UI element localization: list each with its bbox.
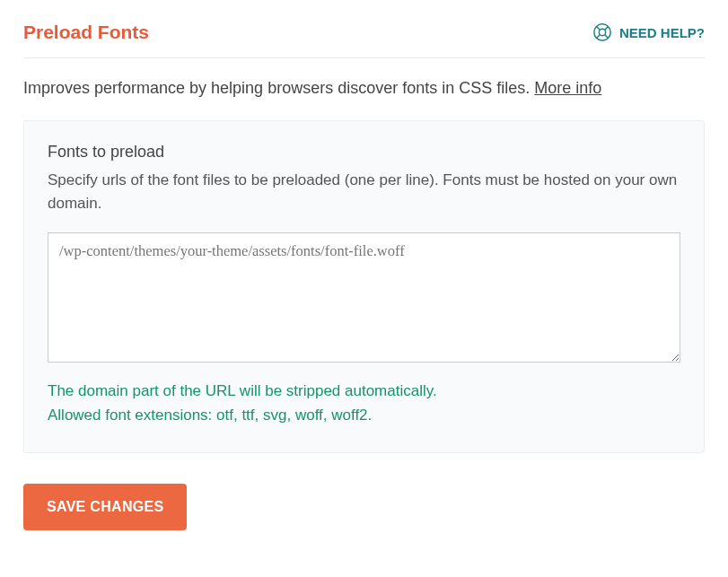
- svg-line-5: [596, 35, 600, 39]
- section-description: Improves performance by helping browsers…: [23, 76, 705, 101]
- section-title: Preload Fonts: [23, 22, 149, 43]
- lifebuoy-icon: [592, 22, 612, 42]
- svg-line-2: [596, 26, 600, 30]
- fonts-panel: Fonts to preload Specify urls of the fon…: [23, 120, 705, 453]
- svg-line-3: [605, 35, 609, 39]
- svg-line-4: [605, 26, 609, 30]
- need-help-link[interactable]: NEED HELP?: [592, 22, 705, 42]
- fonts-to-preload-input[interactable]: [48, 232, 680, 363]
- save-changes-button[interactable]: SAVE CHANGES: [23, 484, 187, 530]
- description-text: Improves performance by helping browsers…: [23, 79, 534, 97]
- svg-point-1: [599, 29, 605, 35]
- need-help-label: NEED HELP?: [619, 25, 705, 40]
- field-hint: The domain part of the URL will be strip…: [48, 379, 680, 427]
- field-help: Specify urls of the font files to be pre…: [48, 169, 680, 216]
- hint-line: The domain part of the URL will be strip…: [48, 379, 680, 403]
- more-info-link[interactable]: More info: [534, 79, 601, 97]
- hint-line: Allowed font extensions: otf, ttf, svg, …: [48, 403, 680, 427]
- field-label: Fonts to preload: [48, 143, 680, 162]
- section-header: Preload Fonts NEED HELP?: [23, 22, 705, 58]
